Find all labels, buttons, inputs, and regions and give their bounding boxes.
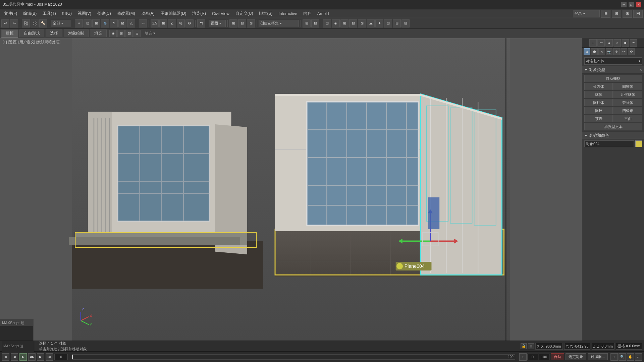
current-frame-field[interactable]: 0 [54,354,68,360]
menu-modifier[interactable]: 修改器(M) [114,10,138,17]
spacing-button[interactable]: ⊠ [247,19,255,27]
tab-objectpaint[interactable]: 对象绘制 [64,29,89,37]
geosphere-btn[interactable]: 几何球体 [613,91,642,98]
name-color-section-header[interactable]: ▼ 名称和颜色 [582,132,644,139]
rotate-button[interactable]: ↻ [110,19,118,27]
anim-skip-end-btn[interactable]: ⏭ [46,353,53,361]
object-color-swatch[interactable] [635,140,642,147]
freeform-tool-4[interactable]: ≡ [133,30,141,37]
zoom-timeline-btn[interactable]: 🔍 [619,353,626,361]
material-editor-button[interactable]: ◈ [332,19,340,27]
teapot-btn[interactable]: 茶壶 [584,115,613,122]
anim-next-frame-btn[interactable]: ▶ [37,353,44,361]
menu-file[interactable]: 文件(F) [1,10,20,17]
add-key-icon-btn[interactable]: + [610,353,618,361]
close-button[interactable]: ✕ [636,2,641,7]
top-right-btn1[interactable]: ⊞ [601,10,610,18]
tube-btn[interactable]: 管状体 [613,99,642,106]
fill-type-dropdown[interactable]: 填充 ▾ [144,31,157,36]
minimize-button[interactable]: ─ [621,2,627,7]
render-button[interactable]: ⊟ [349,19,357,27]
select-region-button[interactable]: ⊡ [84,19,92,27]
select-filter-dropdown[interactable]: 全部 [51,20,71,27]
cylinder-btn[interactable]: 圆柱体 [584,99,613,106]
auto-grid-btn[interactable]: 自动栅格 [584,75,642,82]
named-selection-button[interactable]: ⊞ [303,19,311,27]
top-right-btn3[interactable]: 来 [623,10,632,18]
mental-ray-button[interactable]: ⊟ [401,19,410,27]
panel-helper-btn[interactable]: ✛ [613,48,620,55]
view-dropdown[interactable]: 视图 [209,20,226,27]
freeform-tool-1[interactable]: ◈ [109,30,117,37]
box-btn[interactable]: 长方体 [584,83,613,90]
spinner-snap-button[interactable]: ⊞ [159,19,167,27]
pyramid-btn[interactable]: 四棱锥 [613,107,642,114]
undo-button[interactable]: ↩ [1,19,9,27]
menu-script[interactable]: 脚本(S) [256,10,275,17]
panel-icon-circle[interactable]: ○ [613,39,621,47]
angle-snap-button[interactable]: ∠ [168,19,176,27]
menu-render[interactable]: 渲染(R) [190,10,209,17]
plane-btn[interactable]: 平面 [613,115,642,122]
unlink-button[interactable]: ⛓ [31,19,39,27]
sphere-btn[interactable]: 球体 [584,91,613,98]
place-highlight-button[interactable]: ⊹ [139,19,147,27]
freeform-tool-3[interactable]: ⊡ [125,30,133,37]
link-button[interactable]: ⛓ [22,19,30,27]
coord-x[interactable]: X: X: 960.0mm [535,343,563,350]
align-button[interactable]: ⊞ [229,19,237,27]
filter-button[interactable]: 过滤器... [588,353,608,360]
render-to-texture-button[interactable]: ⊡ [384,19,392,27]
menu-group[interactable]: 组(G) [59,10,74,17]
panel-spacewarp-btn[interactable]: 〜 [621,48,627,55]
torus-btn[interactable]: 圆环 [584,107,613,114]
select-move-button[interactable]: ⊕ [101,19,109,27]
tab-populate[interactable]: 填充 [90,29,107,37]
maximize-button[interactable]: □ [629,2,634,7]
panel-system-btn[interactable]: ⚙ [628,48,635,55]
panel-icon-box[interactable]: ■ [622,39,629,47]
pan-btn[interactable]: ✋ [627,353,634,361]
panel-shape-btn[interactable]: ⬟ [591,48,598,55]
batch-render-button[interactable]: ⊞ [393,19,401,27]
freeform-tool-2[interactable]: ⊞ [117,30,125,37]
menu-tools[interactable]: 工具(T) [40,10,58,17]
tab-selection[interactable]: 选择 [46,29,62,37]
menu-edit[interactable]: 编辑(B) [20,10,39,17]
timecfg-btn[interactable]: ⏱ [635,353,642,361]
user-dropdown[interactable]: 登录 [573,10,600,17]
anim-play-btn[interactable]: ▶ [19,353,27,361]
menu-civilview[interactable]: Civil View [209,11,232,17]
timeline-slider[interactable]: 100 [72,354,515,360]
effects-button[interactable]: ✦ [375,19,383,27]
panel-icon-sphere[interactable]: ● [605,39,613,47]
top-right-btn4[interactable]: 网 [633,10,643,18]
script-tab[interactable]: MAXScript 迷 [0,319,33,326]
menu-anim[interactable]: 动画(A) [139,10,157,17]
render-setup-button[interactable]: ⊞ [340,19,348,27]
panel-icon-pen[interactable]: ✏ [597,39,605,47]
named-selection2-button[interactable]: ⊟ [311,19,319,27]
create-selection-dropdown[interactable]: 创建选择集 [259,20,299,27]
key-total-field[interactable]: 100 [539,354,549,360]
scale-button[interactable]: ⊠ [118,19,126,27]
select-region-type[interactable]: ⊞ [92,19,100,27]
menu-interactive[interactable]: Interactive [276,11,300,17]
menu-content[interactable]: 内容 [301,10,314,17]
redo-button[interactable]: ↪ [10,19,18,27]
panel-light-btn[interactable]: ☀ [598,48,605,55]
add-key-plus-btn[interactable]: + [519,353,527,361]
cone-btn[interactable]: 圆锥体 [613,83,642,90]
mirror-button[interactable]: ⇆ [197,19,205,27]
auto-key-button[interactable]: 自动 [551,353,564,360]
extendedtext-btn[interactable]: 加强型文本 [584,123,642,130]
menu-create[interactable]: 创建(C) [95,10,114,17]
menu-arnold[interactable]: Arnold [315,11,332,17]
env-button[interactable]: ☁ [367,19,375,27]
panel-camera-btn[interactable]: 📷 [606,48,612,55]
anim-prev-frame-btn[interactable]: ◀ [11,353,18,361]
snap-settings-button[interactable]: ⚙ [185,19,194,27]
maxscript-label[interactable]: MAXScript 迷 [3,344,33,349]
scale-type-button[interactable]: △ [127,19,135,27]
align2-button[interactable]: ⊟ [238,19,246,27]
